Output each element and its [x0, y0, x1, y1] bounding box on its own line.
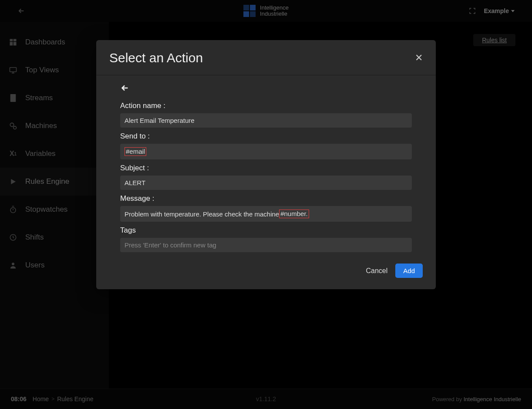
cancel-button[interactable]: Cancel	[364, 264, 389, 277]
subject-label: Subject :	[120, 164, 412, 172]
send-to-label: Send to :	[120, 132, 412, 141]
tags-label: Tags	[120, 226, 412, 235]
modal-overlay: Select an Action ✕ Action name : Send to…	[0, 0, 532, 409]
tags-input[interactable]	[120, 238, 412, 252]
close-icon[interactable]: ✕	[415, 52, 423, 64]
add-button[interactable]: Add	[395, 264, 423, 278]
message-label: Message :	[120, 194, 412, 203]
subject-input[interactable]	[120, 176, 412, 190]
message-text: Problem with temperature. Please check t…	[125, 210, 279, 218]
modal-back-icon[interactable]	[120, 83, 130, 93]
number-variable-tag[interactable]: #number.	[279, 210, 309, 218]
send-to-input[interactable]: #email	[120, 144, 412, 159]
email-variable-tag[interactable]: #email	[125, 147, 146, 156]
action-name-input[interactable]	[120, 113, 412, 128]
modal-title: Select an Action	[109, 51, 203, 65]
select-action-modal: Select an Action ✕ Action name : Send to…	[96, 40, 436, 289]
message-input[interactable]: Problem with temperature. Please check t…	[120, 206, 412, 222]
action-name-label: Action name :	[120, 101, 412, 110]
